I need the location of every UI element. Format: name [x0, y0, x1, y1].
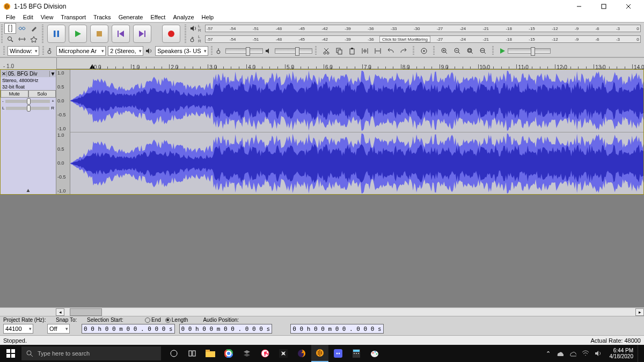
taskbar-search[interactable]: Type here to search	[21, 346, 161, 360]
redo-button[interactable]	[397, 46, 410, 56]
zoom-toolbar	[438, 46, 489, 56]
playback-speed-slider[interactable]	[508, 48, 551, 54]
play-device-select[interactable]: Speakers (3- US	[155, 46, 208, 56]
empty-track-area[interactable]	[0, 195, 644, 307]
tray-onedrive-icon[interactable]	[556, 350, 564, 357]
svg-rect-14	[144, 31, 145, 37]
audio-position-time[interactable]: 0 0 h 0 0 m 0 0 . 0 0 0 s	[290, 324, 384, 334]
stop-button[interactable]	[90, 25, 108, 43]
zoom-tool[interactable]	[4, 34, 16, 45]
menu-generate[interactable]: Generate	[115, 13, 147, 21]
waveform-left[interactable]	[70, 70, 643, 132]
tray-cloud-icon[interactable]	[569, 350, 576, 357]
fit-project-button[interactable]	[477, 46, 489, 56]
record-volume-slider[interactable]	[225, 48, 263, 54]
horizontal-scrollbar[interactable]	[64, 308, 635, 316]
chrome-icon[interactable]	[220, 345, 237, 362]
multi-tool[interactable]	[28, 34, 40, 45]
audacity-taskbar-icon[interactable]	[311, 345, 328, 362]
track-control-panel[interactable]: ✕ 05. BFG Div ▼ Stereo, 48000Hz 32-bit f…	[1, 70, 56, 194]
playback-meter[interactable]: -57-54-51-48-45-42-39-36-33-30-27-24-21-…	[205, 25, 641, 32]
pause-button[interactable]	[47, 25, 65, 43]
scroll-left-button[interactable]: ◂	[56, 308, 64, 316]
tray-volume-icon[interactable]	[595, 350, 601, 357]
tray-chevron-icon[interactable]: ⌃	[546, 350, 551, 357]
cortana-button[interactable]	[184, 345, 201, 362]
scrollbar-thumb[interactable]	[70, 308, 102, 316]
maximize-button[interactable]	[591, 0, 616, 12]
snap-to-select[interactable]: Off	[47, 324, 70, 334]
record-button[interactable]	[162, 25, 180, 43]
menu-edit[interactable]: Edit	[19, 13, 37, 21]
paint-icon[interactable]	[366, 345, 383, 362]
play-meter-icon[interactable]	[190, 25, 196, 32]
cut-button[interactable]	[320, 46, 333, 56]
end-radio[interactable]: End	[145, 317, 161, 323]
discord-icon[interactable]	[330, 345, 347, 362]
calculator-icon[interactable]	[348, 345, 365, 362]
foobar-icon[interactable]	[275, 345, 292, 362]
track-name[interactable]: 05. BFG Div	[7, 71, 49, 77]
itunes-icon[interactable]	[257, 345, 274, 362]
draw-tool[interactable]	[28, 23, 40, 34]
skip-end-button[interactable]	[133, 25, 151, 43]
tray-wifi-icon[interactable]	[582, 350, 589, 357]
app-stack-icon[interactable]	[238, 345, 255, 362]
menu-help[interactable]: Help	[198, 13, 218, 21]
selection-length-time[interactable]: 0 0 h 0 0 m 0 0 . 0 0 0 s	[179, 324, 273, 334]
track-close-button[interactable]: ✕	[1, 71, 7, 77]
undo-button[interactable]	[384, 46, 397, 56]
show-desktop-button[interactable]	[638, 345, 644, 362]
sync-lock-button[interactable]	[418, 46, 430, 56]
mic-icon	[47, 47, 54, 55]
meter-start-monitor[interactable]: Click to Start Monitoring	[379, 36, 430, 42]
system-tray[interactable]: ⌃	[541, 350, 605, 357]
audio-host-select[interactable]: Window:	[8, 46, 39, 56]
close-button[interactable]	[616, 0, 641, 12]
gain-plus-label: +	[52, 99, 54, 104]
minimize-button[interactable]	[567, 0, 591, 12]
fit-selection-button[interactable]	[464, 46, 477, 56]
silence-button[interactable]	[371, 46, 384, 56]
menu-file[interactable]: File	[2, 13, 19, 21]
record-meter[interactable]: -57-54-51-48-45-42-39-36-33-30-27-24-21-…	[205, 35, 641, 43]
play-volume-slider[interactable]	[275, 48, 312, 54]
taskview-button[interactable]	[165, 345, 182, 362]
firefox-icon[interactable]	[293, 345, 310, 362]
trim-button[interactable]	[358, 46, 371, 56]
timeline-ruler[interactable]: 0.01.02.03.04.05.06.07.08.09.010.011.012…	[57, 58, 644, 69]
menu-effect[interactable]: Effect	[147, 13, 170, 21]
selection-tool[interactable]	[4, 23, 16, 34]
play-button[interactable]	[69, 25, 87, 43]
waveform-right[interactable]	[70, 132, 643, 195]
menu-view[interactable]: View	[37, 13, 57, 21]
length-radio[interactable]: Length	[165, 317, 188, 323]
copy-button[interactable]	[333, 46, 346, 56]
solo-button[interactable]: Solo	[28, 90, 56, 98]
zoom-in-button[interactable]	[438, 46, 451, 56]
mute-button[interactable]: Mute	[1, 90, 28, 98]
timeshift-tool[interactable]	[16, 34, 28, 45]
scroll-right-button[interactable]: ▸	[635, 308, 644, 316]
explorer-icon[interactable]	[202, 345, 219, 362]
rec-meter-icon[interactable]	[190, 36, 196, 42]
menu-analyze[interactable]: Analyze	[169, 13, 197, 21]
project-rate-select[interactable]: 44100	[3, 324, 33, 334]
menu-tracks[interactable]: Tracks	[90, 13, 115, 21]
track-collapse-button[interactable]: ▲	[1, 186, 56, 194]
selection-start-time[interactable]: 0 0 h 0 0 m 0 0 . 0 0 0 s	[82, 324, 175, 334]
taskbar-clock[interactable]: 6:44 PM 4/18/2020	[605, 348, 638, 359]
track-menu-button[interactable]: ▼	[49, 71, 56, 77]
start-button[interactable]	[0, 345, 21, 362]
play-at-speed-button[interactable]	[497, 46, 508, 56]
menu-transport[interactable]: Transport	[57, 13, 90, 21]
envelope-tool[interactable]	[16, 23, 28, 34]
play-at-speed-toolbar	[497, 46, 551, 56]
zoom-out-button[interactable]	[451, 46, 464, 56]
skip-start-button[interactable]	[112, 25, 130, 43]
gain-slider[interactable]	[5, 100, 50, 103]
record-channels-select[interactable]: 2 (Stereo,	[108, 46, 143, 56]
pan-slider[interactable]	[6, 107, 49, 110]
paste-button[interactable]	[346, 46, 358, 56]
record-device-select[interactable]: Microphone Ar	[56, 46, 106, 56]
